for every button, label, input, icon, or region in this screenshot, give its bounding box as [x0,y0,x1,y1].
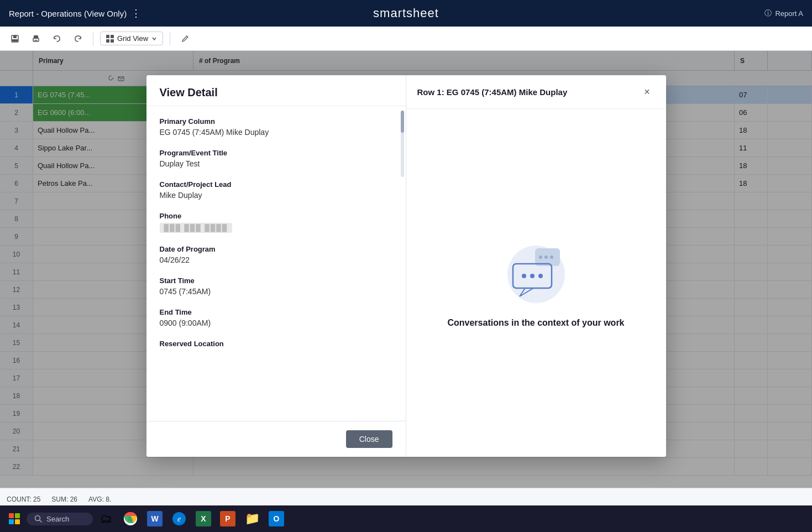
field-label: Phone [160,212,390,220]
view-detail-body[interactable]: Primary Column EG 0745 (7:45AM) Mike Dup… [146,106,399,421]
svg-rect-8 [106,39,109,43]
view-detail-footer: Close [146,421,406,457]
undo-button[interactable] [49,30,65,47]
svg-rect-2 [12,39,18,41]
win-logo-green [15,513,20,518]
main-content: Primary # of Program S 1 EG 0745 (7:45..… [0,51,812,510]
svg-point-14 [544,255,548,259]
app-menu-dots[interactable]: ⋮ [131,7,141,19]
row-title: Row 1: EG 0745 (7:45AM) Mike Duplay [417,87,568,97]
file-explorer-icon: 🗂 [100,512,112,526]
detail-field: Start Time 0745 (7:45AM) [160,277,390,296]
powerpoint-icon: P [220,511,235,526]
svg-rect-1 [13,35,17,38]
taskbar: Search 🗂 W e X P 📁 O [0,505,812,532]
save-button[interactable] [7,30,23,47]
detail-field: Date of Program 04/26/22 [160,245,390,264]
svg-text:e: e [177,515,181,523]
edge-icon: e [172,512,186,526]
scroll-thumb [401,111,404,133]
word-icon: W [147,511,163,526]
field-label: End Time [160,308,390,316]
grid-view-button[interactable]: Grid View [100,32,163,45]
svg-point-19 [538,274,543,278]
win-logo-red [9,513,14,518]
detail-field: Primary Column EG 0745 (7:45AM) Mike Dup… [160,117,390,137]
field-label: Start Time [160,277,390,285]
detail-field: Contact/Project Lead Mike Duplay [160,180,390,200]
edit-button[interactable] [177,30,193,47]
svg-line-21 [40,520,42,523]
field-label: Primary Column [160,117,390,126]
svg-point-13 [539,255,542,259]
taskbar-file-explorer[interactable]: 🗂 [95,508,117,530]
count-stat: COUNT: 25 [7,496,40,503]
field-label: Reserved Location [160,340,390,348]
sum-stat: SUM: 26 [51,496,77,503]
taskbar-folder[interactable]: 📁 [241,508,263,530]
top-bar: Report - Operations (View Only) ⋮ smarts… [0,0,812,27]
svg-point-18 [530,274,535,278]
view-detail-panel: View Detail Primary Column EG 0745 (7:45… [146,75,406,457]
vd-fields-container: Primary Column EG 0745 (7:45AM) Mike Dup… [160,117,390,348]
folder-icon: 📁 [245,512,260,526]
print-button[interactable] [28,30,44,47]
app-title: Report - Operations (View Only) [9,9,127,18]
redo-button[interactable] [70,30,86,47]
svg-rect-7 [111,35,114,38]
outlook-icon: O [269,511,284,526]
smartsheet-logo: smartsheet [373,6,439,20]
report-alert-label: Report A [775,9,803,18]
modal-close-x-button[interactable]: × [640,84,655,100]
field-label: Date of Program [160,245,390,253]
detail-field: End Time 0900 (9:00AM) [160,308,390,327]
svg-rect-9 [111,39,114,43]
conversation-illustration [497,238,575,305]
detail-field: Program/Event Title Duplay Test [160,149,390,168]
win-logo-blue [9,519,14,524]
taskbar-edge[interactable]: e [168,508,190,530]
view-detail-header: View Detail [146,75,406,106]
win-logo-yellow [15,519,20,524]
modal-overlay: View Detail Primary Column EG 0745 (7:45… [0,51,812,488]
grid-view-label: Grid View [117,34,148,43]
conversation-header: Row 1: EG 0745 (7:45AM) Mike Duplay × [406,75,666,109]
field-label: Program/Event Title [160,149,390,157]
field-value: 0745 (7:45AM) [160,287,390,296]
taskbar-excel[interactable]: X [192,508,214,530]
report-alert-icon: ⓘ [764,8,772,18]
svg-rect-4 [34,35,38,39]
taskbar-powerpoint[interactable]: P [217,508,239,530]
excel-icon: X [196,511,211,526]
conversation-panel: Row 1: EG 0745 (7:45AM) Mike Duplay × [406,75,666,457]
conversation-body: Conversations in the context of your wor… [406,109,666,457]
search-label: Search [46,515,69,523]
taskbar-word[interactable]: W [144,508,166,530]
field-value: Duplay Test [160,159,390,168]
windows-start-button[interactable] [4,509,24,529]
top-bar-right: ⓘ Report A [764,8,803,18]
svg-rect-5 [34,40,38,41]
field-value: 0900 (9:00AM) [160,319,390,327]
taskbar-outlook[interactable]: O [265,508,287,530]
modal-container: View Detail Primary Column EG 0745 (7:45… [146,75,666,457]
scrollbar[interactable] [399,106,406,421]
field-value: EG 0745 (7:45AM) Mike Duplay [160,128,390,137]
field-value: 04/26/22 [160,255,390,264]
detail-field: Reserved Location [160,340,390,348]
detail-field: Phone ███ ███ ████ [160,212,390,233]
field-label: Contact/Project Lead [160,180,390,189]
taskbar-search[interactable]: Search [27,513,93,525]
windows-logo [9,513,20,524]
chrome-icon [123,512,138,526]
svg-point-15 [550,255,553,259]
avg-stat: AVG: 8. [88,496,111,503]
close-button[interactable]: Close [346,430,392,448]
view-detail-title: View Detail [160,86,392,99]
toolbar: Grid View [0,27,812,51]
toolbar-separator-2 [170,32,170,45]
taskbar-chrome[interactable] [119,508,142,530]
svg-point-17 [522,274,526,278]
field-value: Mike Duplay [160,191,390,200]
toolbar-separator [93,32,93,45]
